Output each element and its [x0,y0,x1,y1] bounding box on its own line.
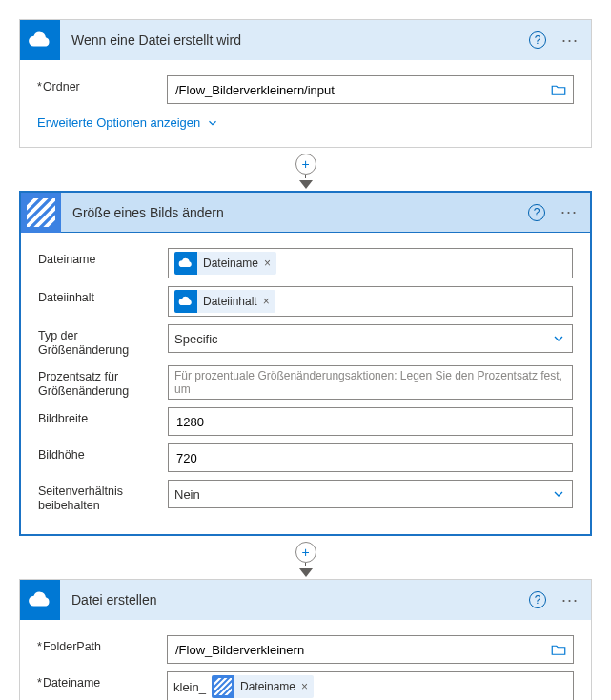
arrow-down-icon [299,180,313,189]
onedrive-icon [174,252,197,275]
filename-token[interactable]: Dateiname × [174,252,276,275]
resizetype-select[interactable]: Specific [168,324,573,353]
filename-label: Dateiname [37,671,167,690]
percent-input[interactable]: Für prozentuale Größenänderungsaktionen:… [168,365,573,400]
chevron-down-icon [551,486,566,502]
folderpath-label: FolderPath [37,635,167,654]
folder-text[interactable] [173,80,546,100]
add-step-button[interactable]: + [295,154,316,175]
more-button[interactable]: ··· [557,27,583,53]
chevron-down-icon [551,331,566,346]
resize-image-card: Größe eines Bilds ändern ? ··· Dateiname… [19,191,592,536]
card-title: Datei erstellen [71,592,524,607]
resizetype-label: Typ der Größenänderung [38,324,168,358]
width-label: Bildbreite [38,407,168,426]
aspect-select[interactable]: Nein [168,480,573,508]
card-header[interactable]: Größe eines Bilds ändern ? ··· [21,193,590,233]
help-button[interactable]: ? [524,27,551,53]
onedrive-icon [174,290,197,313]
folder-input[interactable] [167,75,574,104]
remove-token-icon[interactable]: × [264,257,271,270]
filecontent-token[interactable]: Dateiinhalt × [174,290,275,313]
more-button[interactable]: ··· [557,587,583,613]
chevron-down-icon [206,116,219,130]
arrow-down-icon [299,568,313,577]
remove-token-icon[interactable]: × [263,295,270,308]
trigger-card: Wenn eine Datei erstellt wird ? ··· Ordn… [19,19,592,148]
folder-picker-icon[interactable] [550,641,567,658]
connector: + [19,536,592,579]
folderpath-input[interactable] [167,635,574,664]
filename-input[interactable]: Dateiname × [168,248,573,278]
onedrive-icon [20,20,60,60]
filename-label: Dateiname [38,248,168,267]
more-button[interactable]: ··· [556,199,582,226]
card-header[interactable]: Wenn eine Datei erstellt wird ? ··· [20,20,591,60]
card-header[interactable]: Datei erstellen ? ··· [20,580,591,620]
remove-token-icon[interactable]: × [301,680,308,693]
filecontent-label: Dateiinhalt [38,286,168,305]
encodian-icon [212,675,234,698]
help-button[interactable]: ? [523,199,550,226]
connector: + [19,148,592,191]
filename-prefix-text: klein_ [173,680,208,694]
create-file-card: Datei erstellen ? ··· FolderPath Dateina… [19,579,592,700]
height-input[interactable] [168,443,573,472]
folder-label: Ordner [37,75,167,94]
width-input[interactable] [168,407,573,436]
folder-picker-icon[interactable] [550,81,567,98]
filecontent-input[interactable]: Dateiinhalt × [168,286,573,317]
encodian-icon [21,193,61,233]
filename-input[interactable]: klein_ Dateiname × [167,671,574,700]
aspect-label: Seitenverhältnis beibehalten [38,480,168,513]
height-label: Bildhöhe [38,443,168,463]
card-title: Wenn eine Datei erstellt wird [71,32,524,48]
help-button[interactable]: ? [524,587,551,613]
add-step-button[interactable]: + [295,542,316,563]
advanced-options-toggle[interactable]: Erweiterte Optionen anzeigen [37,115,219,130]
onedrive-icon [20,580,60,620]
card-title: Größe eines Bilds ändern [72,205,523,220]
percent-label: Prozentsatz für Größenänderung [38,365,168,399]
filename-token[interactable]: Dateiname × [212,675,314,698]
